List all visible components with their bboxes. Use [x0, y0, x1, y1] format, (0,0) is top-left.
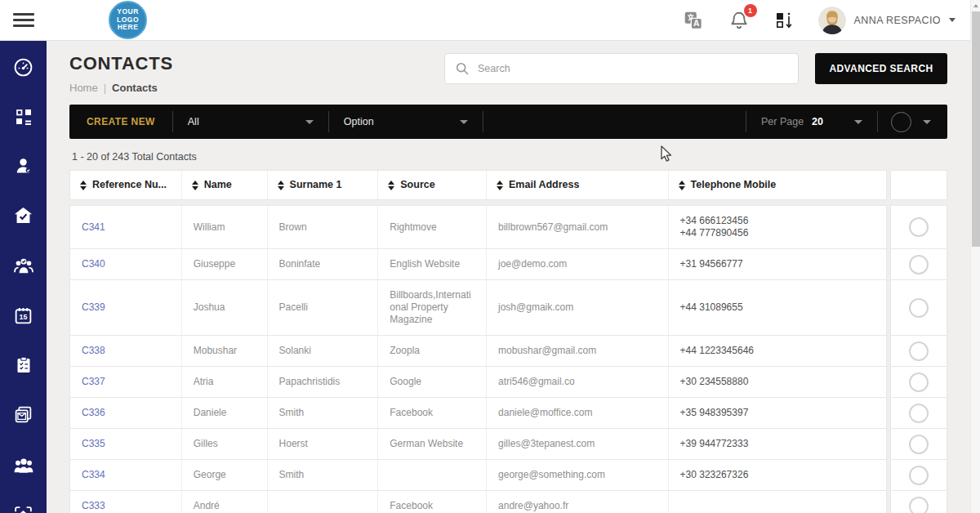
select-all-dropdown[interactable] [878, 112, 947, 132]
column-header-reference[interactable]: Reference Nu... [70, 171, 182, 199]
vertical-scrollbar [970, 0, 980, 513]
cell-source: Zoopla [378, 336, 487, 366]
cell-name: George [182, 460, 268, 490]
column-header-phone[interactable]: Telephone Mobile [669, 171, 886, 199]
row-select-radio[interactable] [909, 217, 929, 237]
sidebar-item-applicants[interactable] [13, 255, 34, 276]
cell-phone: +35 948395397 [669, 398, 886, 428]
cell-surname: Solanki [268, 336, 379, 366]
breadcrumb-separator: | [104, 82, 106, 94]
cell-surname [268, 491, 379, 513]
row-select-radio[interactable] [909, 372, 929, 392]
cell-email: andre@yahoo.fr [487, 491, 669, 513]
column-header-name[interactable]: Name [182, 171, 268, 199]
row-select-radio[interactable] [909, 404, 929, 423]
row-select-radio[interactable] [909, 497, 929, 513]
cell-phone: +44 1223345646 [669, 336, 886, 366]
cell-name: Joshua [182, 280, 268, 335]
column-header-email[interactable]: Email Address [487, 171, 669, 199]
table-row: C337 Atria Papachristidis Google atri546… [69, 367, 947, 398]
row-select-radio[interactable] [909, 466, 929, 485]
sidebar-item-modules[interactable] [13, 107, 34, 127]
table-row: C334 George Smith george@something.com +… [69, 460, 947, 491]
sidebar-item-team[interactable] [13, 454, 34, 475]
cell-phone: +30 323267326 [669, 460, 886, 490]
cell-name: André [182, 491, 268, 513]
cell-phone: +34 666123456 +44 777890456 [669, 206, 886, 248]
row-select-radio[interactable] [909, 255, 929, 274]
contacts-page: YOUR LOGO HERE A 1 [0, 0, 980, 513]
user-menu[interactable]: ANNA RESPACIO [818, 7, 956, 34]
cell-email: gilles@3tepanest.com [487, 429, 669, 459]
cell-source: Facebook [378, 398, 487, 428]
cell-source: English Website [378, 249, 487, 279]
option-dropdown[interactable]: Option [329, 116, 483, 127]
cell-source: Rightmove [378, 206, 487, 248]
sort-icon [192, 181, 198, 190]
column-header-source[interactable]: Source [378, 171, 487, 199]
sidebar-item-contacts[interactable] [13, 156, 34, 176]
cell-surname: Pacelli [268, 280, 379, 335]
cell-email: mobushar@gmail.com [487, 336, 669, 366]
row-select-radio[interactable] [909, 435, 929, 454]
row-select-radio[interactable] [909, 298, 929, 318]
calendar-icon: 15 [13, 306, 33, 326]
row-select-radio[interactable] [909, 341, 929, 361]
translate-icon[interactable]: A [683, 10, 704, 31]
contact-ref-link[interactable]: C335 [82, 438, 105, 450]
cell-name: Atria [182, 367, 268, 397]
table-row: C338 Mobushar Solanki Zoopla mobushar@gm… [69, 336, 947, 367]
sidebar-item-calendar[interactable]: 15 [13, 306, 34, 326]
cell-surname: Smith [268, 460, 379, 490]
tasks-icon [14, 355, 33, 375]
sidebar-item-dashboard[interactable] [13, 57, 34, 78]
cell-email: george@something.com [487, 460, 669, 490]
svg-text:A: A [693, 19, 700, 28]
breadcrumb-home[interactable]: Home [69, 82, 98, 94]
contact-ref-link[interactable]: C334 [82, 469, 105, 481]
create-new-button[interactable]: CREATE NEW [69, 116, 172, 127]
cell-email: joe@demo.com [487, 249, 669, 279]
cell-phone: +39 944772333 [669, 429, 886, 459]
option-dropdown-value: Option [344, 116, 374, 127]
search-input[interactable] [478, 63, 788, 74]
cell-surname: Smith [268, 398, 379, 428]
company-logo[interactable]: YOUR LOGO HERE [109, 1, 147, 39]
menu-icon[interactable] [13, 10, 34, 30]
sidebar-item-property-scan[interactable] [13, 505, 34, 513]
notifications-bell-icon[interactable]: 1 [728, 10, 750, 31]
cell-surname: Papachristidis [268, 367, 379, 397]
cell-email: josh@gmaik.com [487, 280, 669, 335]
scrollbar-thumb[interactable] [972, 11, 980, 247]
advanced-search-button[interactable]: ADVANCED SEARCH [815, 53, 947, 84]
contact-ref-link[interactable]: C333 [82, 500, 105, 512]
sort-layout-icon[interactable] [774, 11, 794, 30]
column-header-surname[interactable]: Surname 1 [268, 171, 379, 199]
per-page-dropdown[interactable]: Per Page 20 [746, 116, 877, 127]
chevron-down-icon [305, 120, 314, 124]
contact-ref-link[interactable]: C336 [82, 407, 105, 419]
filter-dropdown[interactable]: All [173, 116, 328, 127]
cell-surname: Hoerst [268, 429, 379, 459]
table-row: C336 Daniele Smith Facebook daniele@moff… [69, 398, 947, 429]
contact-ref-link[interactable]: C341 [82, 221, 105, 234]
sidebar-item-tasks[interactable] [13, 355, 34, 375]
select-all-circle[interactable] [891, 112, 911, 132]
cell-source [378, 460, 487, 490]
sort-icon [679, 181, 685, 190]
search-icon [455, 61, 470, 76]
contact-ref-link[interactable]: C338 [82, 345, 105, 357]
cell-phone: +31 94566777 [669, 249, 886, 279]
breadcrumb: Home|Contacts [69, 82, 444, 94]
page-title: CONTACTS [69, 53, 444, 74]
scrollbar-up-button[interactable] [971, 0, 980, 11]
sidebar-item-mail[interactable] [13, 404, 34, 425]
cell-email: daniele@moffice.com [487, 398, 669, 428]
sidebar-item-properties[interactable] [13, 205, 34, 225]
contact-ref-link[interactable]: C337 [82, 376, 105, 388]
contact-ref-link[interactable]: C340 [82, 258, 105, 270]
applicants-icon [13, 255, 34, 276]
sidebar-nav: 15 [0, 41, 47, 513]
table-row: C333 André Facebook andre@yahoo.fr [69, 491, 947, 513]
contact-ref-link[interactable]: C339 [82, 301, 105, 314]
